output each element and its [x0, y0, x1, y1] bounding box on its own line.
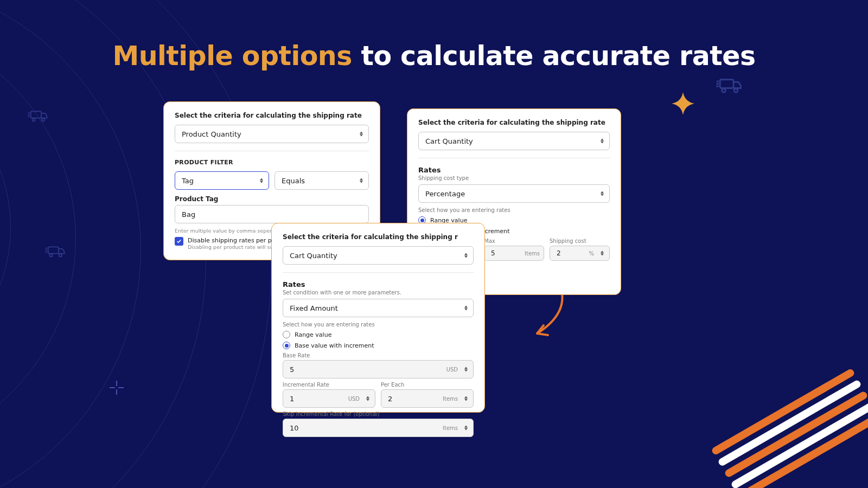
chevron-icon: [360, 178, 363, 183]
radio-icon: [283, 342, 290, 349]
svg-rect-6: [720, 80, 733, 88]
rates-header: Rates: [418, 166, 610, 174]
svg-point-1: [32, 118, 35, 121]
truck-icon: [714, 76, 743, 95]
cost-type-select[interactable]: Percentage: [418, 184, 610, 203]
arrow-icon: [526, 287, 570, 342]
tag-label: Product Tag: [175, 195, 369, 203]
entry-hint: Select how you are entering rates: [283, 322, 474, 328]
svg-point-8: [734, 89, 738, 93]
headline-rest: to calculate accurate rates: [352, 41, 756, 72]
divider: [175, 151, 369, 151]
skip-label: Skip incremental Rate for (optional): [283, 411, 474, 417]
divider: [283, 272, 474, 273]
chevron-icon: [366, 396, 369, 401]
chevron-icon: [464, 396, 468, 401]
criteria-select[interactable]: Product Quantity: [175, 125, 369, 143]
svg-point-2: [42, 118, 44, 121]
entry-hint: Select how you are entering rates: [418, 207, 610, 213]
decor-stripes: [711, 368, 868, 488]
criteria-label: Select the criteria for calculating the …: [175, 112, 369, 119]
chevron-icon: [360, 132, 363, 137]
radio-icon: [283, 331, 290, 338]
truck-icon: [26, 108, 49, 124]
chevron-icon: [464, 253, 468, 258]
svg-point-7: [722, 89, 726, 93]
svg-point-5: [59, 254, 62, 256]
sc-label: Shipping cost: [550, 238, 610, 244]
per-each-input[interactable]: 2Items: [381, 389, 474, 408]
sparkle-icon: [672, 92, 694, 115]
card-base-increment: Select the criteria for calculating the …: [271, 223, 485, 413]
rates-header: Rates: [283, 280, 474, 288]
radio-base[interactable]: Base value with increment: [283, 342, 474, 349]
chevron-icon: [464, 426, 468, 431]
per-label: Per Each: [381, 382, 474, 388]
max-input[interactable]: 5Items: [484, 246, 544, 261]
chevron-icon: [464, 306, 468, 311]
plus-icon: [108, 380, 125, 396]
radio-range[interactable]: Range value: [283, 331, 474, 338]
skip-input[interactable]: 10Items: [283, 419, 474, 437]
inc-rate-input[interactable]: 1USD: [283, 389, 375, 408]
truck-icon: [43, 244, 66, 259]
criteria-select[interactable]: Cart Quantity: [418, 132, 610, 150]
rates-hint: Set condition with one or more parameter…: [283, 290, 474, 296]
svg-rect-0: [31, 111, 41, 118]
svg-point-4: [49, 254, 52, 256]
filter-op-select[interactable]: Equals: [275, 171, 369, 190]
inc-label: Incremental Rate: [283, 382, 375, 388]
chevron-icon: [260, 178, 263, 183]
page-headline: Multiple options to calculate accurate r…: [0, 41, 868, 72]
tag-input[interactable]: Bag: [175, 205, 369, 223]
criteria-label: Select the criteria for calculating the …: [418, 119, 610, 126]
sc-input[interactable]: 2%: [550, 246, 610, 261]
filter-header: PRODUCT FILTER: [175, 159, 369, 166]
criteria-label: Select the criteria for calculating the …: [283, 233, 474, 241]
disable-checkbox[interactable]: [175, 237, 183, 246]
divider: [418, 158, 610, 158]
chevron-icon: [601, 251, 604, 256]
chevron-icon: [464, 367, 468, 372]
max-label: Max: [484, 238, 544, 244]
base-rate-input[interactable]: 5USD: [283, 360, 474, 378]
headline-accent: Multiple options: [112, 41, 352, 72]
cost-hint: Shipping cost type: [418, 175, 610, 181]
criteria-select[interactable]: Cart Quantity: [283, 246, 474, 265]
filter-attr-select[interactable]: Tag: [175, 171, 269, 190]
chevron-icon: [601, 139, 604, 144]
svg-rect-3: [48, 247, 59, 253]
cost-type-select[interactable]: Fixed Amount: [283, 299, 474, 317]
chevron-icon: [601, 191, 604, 196]
base-label: Base Rate: [283, 352, 474, 358]
